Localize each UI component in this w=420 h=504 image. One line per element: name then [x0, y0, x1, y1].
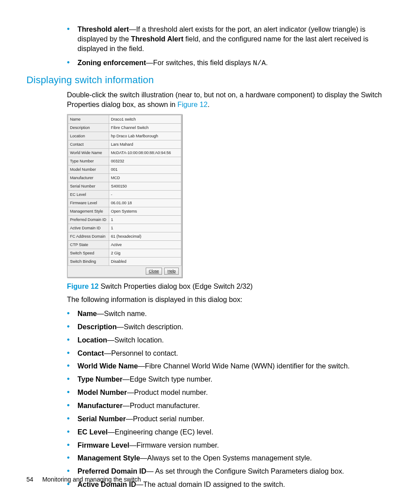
property-value: Lars Mahard — [109, 140, 181, 149]
figure-number: Figure 12 — [67, 282, 99, 290]
list-item: Zoning enforcement—For switches, this fi… — [67, 58, 394, 69]
description: —Switch name. — [97, 309, 147, 317]
text: Double-click the switch illustration (ne… — [67, 91, 382, 108]
table-row: CTP StateActive — [68, 241, 181, 249]
property-label: Switch Speed — [68, 249, 109, 258]
property-label: Active Domain ID — [68, 224, 109, 232]
term: Preferred Domain ID — [77, 467, 147, 475]
list-item: Name—Switch name. — [67, 309, 394, 319]
property-label: Management Style — [68, 207, 109, 216]
property-label: Model Number — [68, 166, 109, 174]
page-footer: 54 Monitoring and managing the switch — [26, 476, 141, 483]
property-label: Location — [68, 132, 109, 140]
list-item: Serial Number—Product serial number. — [67, 414, 394, 424]
term: Threshold alert — [77, 25, 129, 33]
term: Contact — [77, 349, 104, 357]
property-value: 1 — [109, 216, 181, 224]
property-label: Firmware Level — [68, 199, 109, 207]
property-value: Draco1 switch — [109, 115, 181, 124]
code-text: N/A — [253, 59, 266, 67]
property-value: MCD — [109, 174, 181, 182]
property-value: Disabled — [109, 258, 181, 266]
table-row: Management StyleOpen Systems — [68, 207, 181, 216]
table-row: Model Number001 — [68, 166, 181, 174]
property-label: Contact — [68, 140, 109, 149]
text: —For switches, this field displays — [146, 59, 253, 66]
property-value: Open Systems — [109, 207, 181, 216]
description: —Engineering change (EC) level. — [107, 428, 213, 436]
table-row: Serial NumberS400150 — [68, 182, 181, 191]
section-heading: Displaying switch information — [26, 74, 394, 86]
help-button[interactable]: Help — [164, 268, 179, 275]
term-mid: Threshold Alert — [131, 35, 184, 43]
list-item: Description—Switch description. — [67, 322, 394, 332]
term: EC Level — [77, 428, 107, 436]
term: Location — [77, 336, 107, 344]
close-button[interactable]: Close — [146, 268, 162, 275]
table-row: DescriptionFibre Channel Switch — [68, 124, 181, 132]
table-row: ContactLars Mahard — [68, 140, 181, 149]
table-row: Locationhp Draco Lab Marlborough — [68, 132, 181, 140]
table-row: Type Number003232 — [68, 157, 181, 166]
term: Firmware Level — [77, 441, 129, 449]
description: —The actual domain ID assigned to the sw… — [136, 480, 285, 488]
property-label: Type Number — [68, 157, 109, 166]
term: World Wide Name — [77, 362, 138, 370]
table-row: NameDraco1 switch — [68, 115, 181, 124]
list-item: Management Style—Always set to the Open … — [67, 453, 394, 463]
table-row: EC Level- — [68, 191, 181, 199]
intro-paragraph: Double-click the switch illustration (ne… — [26, 90, 394, 110]
term: Manufacturer — [77, 401, 123, 409]
property-value: 2 Gig — [109, 249, 181, 258]
property-label: World Wide Name — [68, 149, 109, 157]
figure-caption: Figure 12 Switch Properties dialog box (… — [67, 282, 394, 291]
switch-properties-dialog: NameDraco1 switchDescriptionFibre Channe… — [67, 114, 182, 278]
property-value: 61 (hexadecimal) — [109, 232, 181, 241]
table-row: World Wide NameMcDATA-10:00:08:00:88:A0:… — [68, 149, 181, 157]
term: Model Number — [77, 388, 127, 396]
property-value: Active — [109, 241, 181, 249]
description: —Edge Switch type number. — [122, 375, 212, 383]
property-value: 1 — [109, 224, 181, 232]
table-row: Preferred Domain ID1 — [68, 216, 181, 224]
description: — As set through the Configure Switch Pa… — [147, 467, 344, 475]
property-value: S400150 — [109, 182, 181, 191]
description: —Switch location. — [107, 336, 164, 344]
dialog-button-bar: Close Help — [68, 266, 181, 277]
term: Description — [77, 323, 117, 331]
property-value: McDATA-10:00:08:00:88:A0:94:56 — [109, 149, 181, 157]
list-item: Threshold alert—If a threshold alert exi… — [67, 25, 394, 54]
description: —Firmware version number. — [129, 441, 219, 449]
table-row: Switch BindingDisabled — [68, 258, 181, 266]
description: —Switch description. — [117, 323, 183, 331]
list-item: Type Number—Edge Switch type number. — [67, 375, 394, 384]
list-item: Contact—Personnel to contact. — [67, 349, 394, 358]
property-label: Switch Binding — [68, 258, 109, 266]
definition-list: Name—Switch name.Description—Switch desc… — [26, 309, 394, 489]
term: Serial Number — [77, 415, 126, 423]
property-value: hp Draco Lab Marlborough — [109, 132, 181, 140]
properties-table: NameDraco1 switchDescriptionFibre Channe… — [68, 115, 181, 266]
term: Type Number — [77, 375, 122, 383]
property-value: - — [109, 191, 181, 199]
property-label: Serial Number — [68, 182, 109, 191]
list-item: Manufacturer—Product manufacturer. — [67, 401, 394, 411]
list-item: Model Number—Product model number. — [67, 388, 394, 397]
property-value: 06.01.00 18 — [109, 199, 181, 207]
table-row: ManufacturerMCD — [68, 174, 181, 182]
description: —Always set to the Open Systems manageme… — [140, 454, 312, 462]
description: —Product model number. — [127, 388, 208, 396]
description: —Fibre Channel World Wide Name (WWN) ide… — [138, 362, 350, 370]
page-container: Threshold alert—If a threshold alert exi… — [0, 0, 420, 504]
property-label: Preferred Domain ID — [68, 216, 109, 224]
text: . — [207, 100, 210, 108]
property-value: Fibre Channel Switch — [109, 124, 181, 132]
list-item: Preferred Domain ID— As set through the … — [67, 467, 394, 476]
property-value: 001 — [109, 166, 181, 174]
figure-link[interactable]: Figure 12 — [177, 100, 207, 108]
list-item: EC Level—Engineering change (EC) level. — [67, 427, 394, 437]
page-number: 54 — [26, 476, 41, 483]
table-row: Switch Speed2 Gig — [68, 249, 181, 258]
after-figure-text: The following information is displayed i… — [26, 295, 394, 305]
property-label: FC Address Domain — [68, 232, 109, 241]
